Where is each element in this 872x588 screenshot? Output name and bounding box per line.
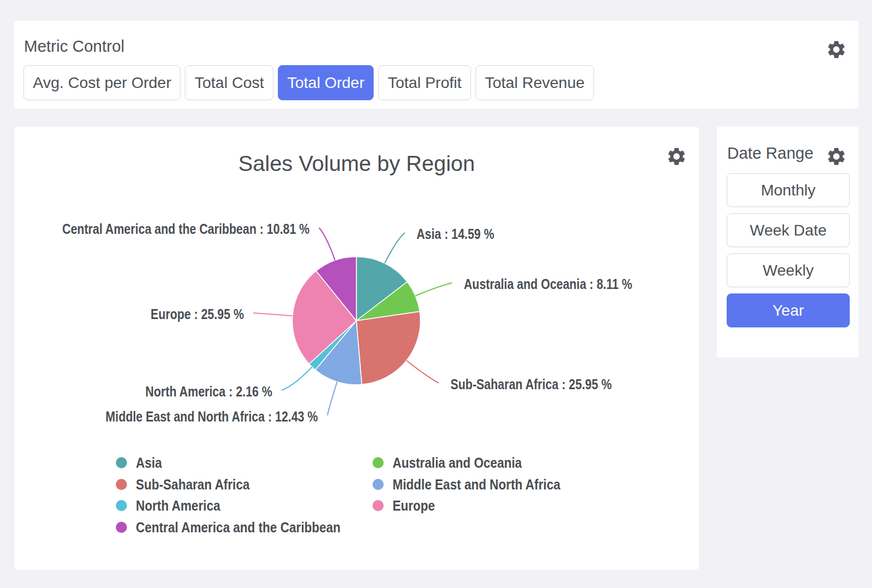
pie-label-australia-and-oceania: Australia and Oceania : 8.11 % <box>464 276 632 292</box>
legend-dot-australia-and-oceania <box>373 457 384 468</box>
pie-label-line-australia-and-oceania <box>415 283 452 296</box>
pie-label-line-sub-saharan-africa <box>406 360 439 383</box>
legend-item-central-america-and-the-caribbean[interactable]: Central America and the Caribbean <box>116 517 377 538</box>
date-range-button-week-date[interactable]: Week Date <box>727 213 850 247</box>
pie-label-line-central-america-and-the-caribbean <box>319 228 335 261</box>
legend-label: Sub-Saharan Africa <box>136 477 249 492</box>
date-range-button-monthly[interactable]: Monthly <box>727 173 850 207</box>
date-range-button-weekly[interactable]: Weekly <box>727 253 850 287</box>
pie-label-sub-saharan-africa: Sub-Saharan Africa : 25.95 % <box>450 376 612 392</box>
legend-label: Asia <box>136 455 162 470</box>
legend-label: North America <box>136 498 220 513</box>
gear-icon[interactable] <box>826 146 847 167</box>
legend-item-australia-and-oceania[interactable]: Australia and Oceania <box>373 452 545 473</box>
legend-item-north-america[interactable]: North America <box>116 495 235 516</box>
legend-label: Europe <box>393 498 435 513</box>
metric-button-total-profit[interactable]: Total Profit <box>378 65 471 100</box>
metric-button-group: Avg. Cost per OrderTotal CostTotal Order… <box>23 65 594 100</box>
legend-dot-sub-saharan-africa <box>116 479 127 490</box>
legend-item-asia[interactable]: Asia <box>116 452 166 473</box>
sales-volume-card: Sales Volume by Region Asia : 14.59 %Aus… <box>14 127 699 570</box>
metric-control-title: Metric Control <box>24 38 125 55</box>
pie-label-line-north-america <box>282 367 312 390</box>
legend-dot-central-america-and-the-caribbean <box>116 522 127 533</box>
legend-item-middle-east-and-north-africa[interactable]: Middle East and North Africa <box>373 474 590 495</box>
legend-label: Central America and the Caribbean <box>136 520 341 535</box>
legend-label: Australia and Oceania <box>393 455 522 470</box>
gear-icon[interactable] <box>826 39 847 60</box>
legend-dot-europe <box>373 500 384 511</box>
legend-item-sub-saharan-africa[interactable]: Sub-Saharan Africa <box>116 474 270 495</box>
metric-control-card: Metric Control Avg. Cost per OrderTotal … <box>14 21 859 109</box>
pie-slice-sub-saharan-africa[interactable] <box>356 311 420 384</box>
pie-label-asia: Asia : 14.59 % <box>417 226 494 242</box>
pie-label-europe: Europe : 25.95 % <box>151 306 244 322</box>
legend-label: Middle East and North Africa <box>393 477 560 492</box>
pie-label-middle-east-and-north-africa: Middle East and North Africa : 12.43 % <box>106 409 318 424</box>
date-range-card: Date Range MonthlyWeek DateWeeklyYear <box>717 126 859 357</box>
legend-dot-north-america <box>116 500 127 511</box>
metric-button-avg-cost-per-order[interactable]: Avg. Cost per Order <box>23 65 180 100</box>
pie-label-line-asia <box>385 233 405 263</box>
pie-label-line-middle-east-and-north-africa <box>327 382 337 415</box>
pie-label-central-america-and-the-caribbean: Central America and the Caribbean : 10.8… <box>62 221 310 237</box>
date-range-button-group: MonthlyWeek DateWeeklyYear <box>727 173 850 327</box>
metric-button-total-cost[interactable]: Total Cost <box>185 65 273 100</box>
legend-item-europe[interactable]: Europe <box>373 495 443 516</box>
metric-button-total-order[interactable]: Total Order <box>278 65 374 100</box>
legend-dot-middle-east-and-north-africa <box>373 479 384 490</box>
metric-button-total-revenue[interactable]: Total Revenue <box>476 65 594 100</box>
date-range-title: Date Range <box>727 145 814 161</box>
pie-label-north-america: North America : 2.16 % <box>145 384 272 399</box>
date-range-button-year[interactable]: Year <box>727 293 850 327</box>
legend-dot-asia <box>116 457 127 468</box>
pie-label-line-europe <box>253 313 292 316</box>
